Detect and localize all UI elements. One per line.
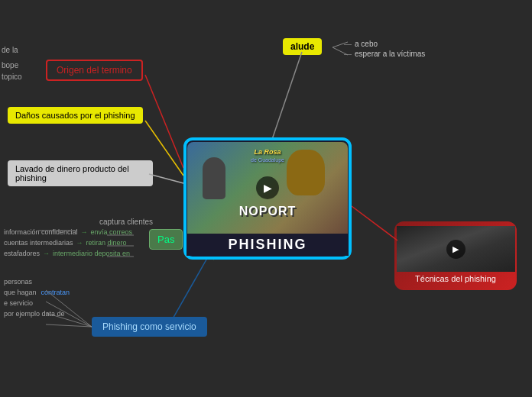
central-label: PHISHING — [187, 234, 349, 256]
servicio-connector-2: contratan — [41, 289, 70, 296]
origen-label: Origen del termino — [57, 65, 132, 76]
person-decoration — [203, 157, 225, 199]
servicio-items: personas que hagan contratan e servicio … — [4, 275, 70, 321]
alude-items: a cebo esperar a la víctimas — [344, 38, 425, 60]
alude-item-1: a cebo — [344, 40, 425, 48]
danos-node: Daños causados por el phishing — [8, 107, 143, 124]
svg-line-16 — [46, 324, 92, 327]
tecnicas-play-button[interactable]: ▶ — [446, 240, 466, 259]
servicio-item-3: e servicio — [4, 299, 70, 307]
alude-item-2: esperar a la víctimas — [344, 50, 425, 58]
alude-node: alude — [283, 38, 322, 55]
alude-label: alude — [290, 41, 314, 52]
process-item-1: información confidencial → envía correos — [4, 228, 132, 236]
lavado-node: Lavado de dinero producto del phishing — [8, 160, 153, 186]
process-left-1: información confidencial — [4, 228, 78, 236]
process-arrow-2: → — [76, 239, 83, 247]
danos-label: Daños causados por el phishing — [15, 111, 135, 120]
video-thumbnail[interactable]: La Rosa de Guadalupe NOPORT ▶ — [187, 142, 348, 234]
central-node[interactable]: La Rosa de Guadalupe NOPORT ▶ PHISHING — [183, 137, 352, 260]
process-left-2: cuentas intermediarias — [4, 239, 73, 247]
process-right-2: retiran dinero — [86, 239, 127, 247]
servicio-item-1: personas — [4, 278, 70, 286]
video-subtitle: de Guadalupe — [251, 157, 284, 163]
process-arrow-3: → — [43, 250, 50, 257]
servicio-label: Phishing como servicio — [102, 321, 196, 332]
video-overlay: NOPORT — [239, 205, 296, 218]
pasos-label: Pas — [157, 234, 174, 245]
process-item-2: cuentas intermediarias → retiran dinero — [4, 239, 132, 247]
pasos-node: Pas — [149, 229, 183, 250]
process-right-3: intermediario deposita en — [53, 250, 130, 257]
svg-line-3 — [145, 75, 183, 168]
topico-text: topico — [2, 73, 22, 81]
bear-decoration — [287, 150, 325, 195]
servicio-node: Phishing como servicio — [92, 317, 207, 337]
servicio-item-2: que hagan contratan — [4, 289, 70, 296]
tecnicas-node[interactable]: ▶ Técnicas del phishing — [394, 221, 517, 290]
process-items: información confidencial → envía correos… — [4, 225, 132, 260]
svg-line-5 — [149, 174, 183, 183]
video-title: La Rosa — [254, 148, 281, 156]
process-arrow-1: → — [81, 228, 88, 236]
tecnicas-label: Técnicas del phishing — [413, 272, 498, 286]
play-button[interactable]: ▶ — [256, 176, 279, 199]
process-right-1: envía correos — [91, 228, 133, 236]
dela-text: de la — [2, 46, 18, 54]
process-item-3: estafadores → intermediario deposita en — [4, 250, 132, 257]
process-left-3: estafadores — [4, 250, 40, 257]
bope-text: bope — [2, 61, 18, 69]
servicio-item-4: por ejemplo data de — [4, 310, 70, 318]
tecnicas-video[interactable]: ▶ — [397, 226, 515, 272]
origen-node: Origen del termino — [46, 60, 143, 81]
svg-line-8 — [352, 206, 397, 240]
servicio-text-2: que hagan — [4, 289, 37, 296]
lavado-label: Lavado de dinero producto del phishing — [15, 164, 145, 182]
